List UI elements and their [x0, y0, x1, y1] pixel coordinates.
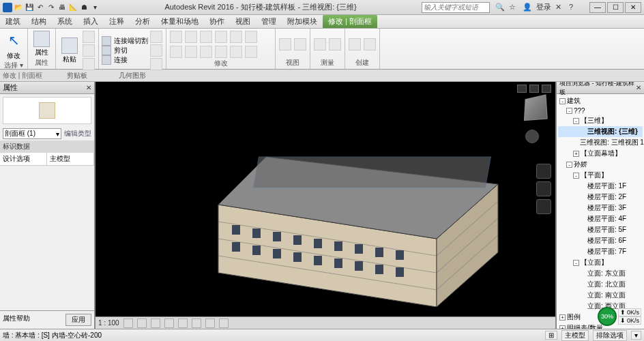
- tree-toggle[interactable]: -: [559, 98, 566, 104]
- qat-print-icon[interactable]: 🖶: [57, 3, 67, 12]
- type-selector-dropdown[interactable]: 剖面框 (1)▾: [3, 128, 61, 139]
- qat-dropdown-icon[interactable]: ▾: [90, 3, 100, 12]
- pin-button[interactable]: [230, 46, 242, 58]
- steering-wheel[interactable]: [525, 130, 539, 143]
- tree-toggle[interactable]: -: [573, 260, 579, 266]
- tree-node[interactable]: -建筑: [558, 95, 643, 106]
- login-link[interactable]: 登录: [536, 2, 551, 12]
- create-btn-2[interactable]: [364, 38, 376, 50]
- pan-tool[interactable]: [536, 164, 551, 179]
- tab-9[interactable]: 管理: [256, 15, 282, 28]
- align-button[interactable]: [170, 31, 182, 43]
- paste-button[interactable]: 粘贴: [59, 38, 80, 64]
- tree-node[interactable]: -孙娇: [558, 159, 643, 170]
- view-maximize[interactable]: [529, 85, 539, 93]
- copy-button[interactable]: [83, 44, 95, 57]
- user-icon[interactable]: 👤: [523, 3, 532, 12]
- cut-geom-row[interactable]: 剪切: [102, 46, 148, 55]
- search-icon[interactable]: 🔍: [495, 3, 505, 12]
- cut-button[interactable]: [83, 31, 95, 43]
- offset-button[interactable]: [185, 31, 197, 43]
- filter-button[interactable]: 排除选项: [593, 330, 627, 341]
- qat-open-icon[interactable]: 📂: [14, 3, 23, 12]
- measure-btn-1[interactable]: [314, 38, 326, 50]
- qat-undo-icon[interactable]: ↶: [35, 3, 45, 12]
- cope-row[interactable]: 连接端切割: [102, 36, 148, 46]
- move-button[interactable]: [215, 31, 227, 43]
- tree-toggle[interactable]: -: [566, 162, 572, 168]
- tab-8[interactable]: 视图: [230, 15, 256, 28]
- tree-node[interactable]: -???: [558, 106, 643, 115]
- orbit-tool[interactable]: [536, 199, 551, 214]
- tab-1[interactable]: 结构: [26, 15, 52, 28]
- tree-node[interactable]: 楼层平面: 5F: [558, 224, 643, 235]
- minimize-button[interactable]: —: [589, 2, 606, 13]
- qat-save-icon[interactable]: 💾: [25, 3, 34, 12]
- favorite-icon[interactable]: ☆: [509, 3, 518, 12]
- tree-node[interactable]: 立面: 南立面: [558, 290, 643, 301]
- tree-toggle[interactable]: +: [573, 151, 579, 157]
- geom-btn-1[interactable]: [150, 31, 162, 43]
- view-cube[interactable]: [524, 94, 548, 121]
- app-icon[interactable]: [3, 3, 12, 12]
- rendering-icon[interactable]: [178, 318, 188, 328]
- view-btn-2[interactable]: [294, 38, 306, 50]
- close-icon[interactable]: ✕: [86, 84, 91, 91]
- selection-toggle[interactable]: ▾: [631, 331, 641, 340]
- match-button[interactable]: [83, 58, 95, 70]
- geom-btn-3[interactable]: [150, 58, 162, 70]
- qat-measure-icon[interactable]: 📐: [68, 3, 78, 12]
- rotate-button[interactable]: [245, 31, 257, 43]
- tree-node[interactable]: 三维视图: {三维}: [558, 126, 643, 137]
- search-input[interactable]: [422, 2, 490, 13]
- edit-type-button[interactable]: 编辑类型: [64, 129, 91, 138]
- tree-node[interactable]: -【三维】: [558, 115, 643, 126]
- tree-node[interactable]: -【立面】: [558, 257, 643, 268]
- trim-button[interactable]: [170, 46, 182, 58]
- tree-node[interactable]: 楼层平面: 7F: [558, 246, 643, 257]
- tree-toggle[interactable]: +: [559, 325, 566, 329]
- worksets-button[interactable]: ⊞: [545, 331, 557, 340]
- array-button[interactable]: [200, 46, 212, 58]
- delete-button[interactable]: [245, 46, 257, 58]
- tree-node[interactable]: 立面: 东立面: [558, 268, 643, 279]
- scale-value[interactable]: 1 : 100: [98, 319, 119, 327]
- properties-button[interactable]: 属性: [31, 31, 53, 57]
- tab-5[interactable]: 分析: [130, 15, 156, 28]
- shadows-icon[interactable]: [164, 318, 174, 328]
- property-value[interactable]: 主模型: [47, 153, 94, 165]
- create-btn-1[interactable]: [349, 38, 361, 50]
- tab-4[interactable]: 注释: [104, 15, 130, 28]
- close-button[interactable]: ✕: [625, 2, 641, 13]
- tab-11[interactable]: 修改 | 剖面框: [323, 15, 377, 28]
- design-options-button[interactable]: 主模型: [561, 330, 589, 341]
- scale-button[interactable]: [215, 46, 227, 58]
- tree-node[interactable]: 楼层平面: 2F: [558, 192, 643, 203]
- qat-redo-icon[interactable]: ↷: [46, 3, 56, 12]
- sun-path-icon[interactable]: [151, 318, 160, 328]
- geom-btn-2[interactable]: [150, 44, 162, 57]
- mirror-button[interactable]: [200, 31, 212, 43]
- visual-style-icon[interactable]: [137, 318, 147, 328]
- tree-node[interactable]: +【立面幕墙】: [558, 148, 643, 159]
- tree-toggle[interactable]: -: [573, 118, 579, 124]
- zoom-tool[interactable]: [536, 181, 551, 196]
- exchange-icon[interactable]: ✕: [555, 3, 565, 12]
- tree-node[interactable]: 楼层平面: 1F: [558, 181, 643, 192]
- tree-toggle[interactable]: -: [566, 108, 572, 114]
- tree-toggle[interactable]: -: [573, 173, 579, 179]
- copy-mod-button[interactable]: [230, 31, 242, 43]
- tab-6[interactable]: 体量和场地: [156, 15, 204, 28]
- tree-node[interactable]: 楼层平面: 4F: [558, 213, 643, 224]
- tab-7[interactable]: 协作: [204, 15, 230, 28]
- tab-10[interactable]: 附加模块: [282, 15, 323, 28]
- tree-node[interactable]: 立面: 北立面: [558, 279, 643, 290]
- tree-toggle[interactable]: +: [559, 314, 566, 321]
- 3d-viewport[interactable]: 1 : 100: [96, 82, 555, 329]
- tab-0[interactable]: 建筑: [0, 15, 26, 28]
- modify-button[interactable]: ↖ 修改: [3, 30, 25, 61]
- split-button[interactable]: [185, 46, 197, 58]
- help-icon[interactable]: ?: [569, 3, 579, 12]
- tree-node[interactable]: 三维视图: 三维视图 1: [558, 137, 643, 148]
- tree-node[interactable]: 楼层平面: 6F: [558, 235, 643, 246]
